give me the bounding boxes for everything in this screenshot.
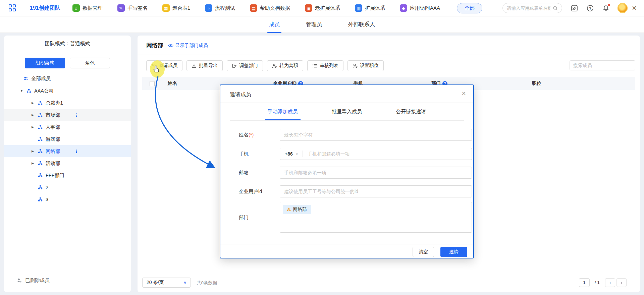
phone-input[interactable] <box>303 151 472 157</box>
svg-text:?: ? <box>589 6 591 10</box>
app-tab[interactable]: ▣ 老扩展体系 <box>305 4 340 12</box>
invite-button[interactable]: 邀请 <box>440 247 467 257</box>
tab-batch-import[interactable]: 批量导入成员 <box>332 103 362 120</box>
tab-public-link[interactable]: 公开链接邀请 <box>396 103 426 120</box>
tree-item-dept[interactable]: ▶ 人事部 <box>4 121 131 133</box>
app-icon: ◆ <box>400 4 407 12</box>
batch-export-button[interactable]: 批量导出 <box>186 60 223 71</box>
nav-search-box[interactable] <box>502 3 562 13</box>
caret-down-icon[interactable]: ▼ <box>20 89 23 93</box>
tree-item-label: 活动部 <box>46 160 60 167</box>
tab-manual-add[interactable]: 手动添加成员 <box>268 103 298 120</box>
top-nav: 191创建团队 ⌂ 数据管理 ✎ 手写签名 ▦ 聚合表1 ◔ 流程测试 ▤ 帮助… <box>0 0 644 16</box>
tab-admins[interactable]: 管理员 <box>306 16 322 33</box>
deleted-members-label: 已删除成员 <box>25 277 50 284</box>
app-tab[interactable]: ◔ 流程测试 <box>205 4 235 12</box>
app-icon: ⌂ <box>72 4 80 12</box>
tree-item-dept[interactable]: 2 <box>4 181 131 193</box>
tree-item-dept[interactable]: ▶ 活动部 <box>4 157 131 169</box>
deleted-members-link[interactable]: 已删除成员 <box>4 274 131 286</box>
member-search-input[interactable] <box>573 63 634 68</box>
tab-external-contacts[interactable]: 外部联系人 <box>348 16 375 33</box>
org-structure-button[interactable]: 组织架构 <box>25 58 65 68</box>
member-search-box[interactable] <box>570 60 635 70</box>
help-icon[interactable]: ? <box>587 5 594 12</box>
workspace-tab[interactable]: 191创建团队 <box>30 5 60 12</box>
notification-bell-icon[interactable] <box>602 5 609 12</box>
tree-item-dept[interactable]: FFF部门 <box>4 169 131 181</box>
current-page-input[interactable]: 1 <box>579 278 590 287</box>
app-tab[interactable]: ◆ 应用访问AAA <box>400 4 440 12</box>
app-tab[interactable]: ▥ 扩展体系 <box>355 4 385 12</box>
review-list-button[interactable]: 审核列表 <box>307 60 343 71</box>
tree-item-dept[interactable]: 游戏部 <box>4 133 131 145</box>
tree-item-label: 游戏部 <box>46 136 60 142</box>
more-actions-icon[interactable]: ⋮ <box>74 151 79 152</box>
app-tab[interactable]: ⌂ 数据管理 <box>72 4 103 12</box>
divider <box>220 244 473 244</box>
more-actions-icon[interactable]: ⋮ <box>74 114 79 116</box>
resign-icon <box>272 63 277 68</box>
required-mark: (*) <box>249 132 254 137</box>
tree-item-label: 网络部 <box>46 148 60 155</box>
tree-item-company[interactable]: ▼ AAA公司 <box>4 85 131 97</box>
notification-dot <box>608 4 610 6</box>
set-position-icon <box>353 63 358 68</box>
set-position-button[interactable]: 设置职位 <box>347 60 384 71</box>
adjust-department-button[interactable]: 调整部门 <box>227 60 263 71</box>
department-label: 部门 <box>239 215 249 221</box>
org-icon <box>26 88 31 93</box>
caret-right-icon[interactable]: ▶ <box>32 113 35 117</box>
app-label: 应用访问AAA <box>410 5 440 11</box>
caret-right-icon[interactable]: ▶ <box>32 162 35 165</box>
tree-item-dept[interactable]: ▶ 总裁办1 <box>4 97 131 109</box>
page-tab-bar: 成员 管理员 外部联系人 <box>0 16 644 33</box>
tree-item-label: 市场部 <box>46 112 60 118</box>
review-list-label: 审核列表 <box>320 63 338 69</box>
app-tab[interactable]: ▦ 聚合表1 <box>162 4 190 12</box>
caret-right-icon[interactable]: ▶ <box>32 150 35 153</box>
nav-search-input[interactable] <box>507 6 550 11</box>
apps-grid-icon[interactable] <box>9 4 16 12</box>
tree-item-dept-selected[interactable]: ▶ 网络部 ⋮ <box>4 145 131 157</box>
tree-item-label: FFF部门 <box>46 172 64 179</box>
department-tag: 网络部 <box>283 205 311 214</box>
all-apps-pill[interactable]: 全部 <box>457 3 482 13</box>
clear-button[interactable]: 清空 <box>413 247 434 257</box>
eye-icon <box>168 44 173 48</box>
user-avatar[interactable] <box>618 3 628 13</box>
tree-item-label: 2 <box>46 185 48 190</box>
department-picker[interactable]: 网络部 <box>280 202 472 233</box>
email-input[interactable] <box>280 167 472 179</box>
next-page-button[interactable]: › <box>616 278 627 287</box>
set-position-label: 设置职位 <box>360 63 379 69</box>
userid-input[interactable] <box>280 185 472 197</box>
tree-item-dept[interactable]: ▶ 市场部 ⋮ <box>4 109 131 121</box>
adjust-department-label: 调整部门 <box>239 63 258 69</box>
app-tab[interactable]: ✎ 手写签名 <box>117 4 148 12</box>
app-label: 帮助文档数据 <box>260 5 290 11</box>
invite-member-button[interactable]: 邀请成员 <box>146 60 182 71</box>
close-icon[interactable]: × <box>632 4 637 12</box>
col-name: 姓名 <box>168 80 177 86</box>
role-button[interactable]: 角色 <box>70 58 110 68</box>
select-all-checkbox[interactable] <box>150 81 155 86</box>
tree-item-dept[interactable]: 3 <box>4 193 131 205</box>
caret-right-icon[interactable]: ▶ <box>32 101 35 105</box>
country-code-select[interactable]: +86 ▾ <box>280 151 303 157</box>
name-input[interactable] <box>280 129 472 141</box>
close-icon[interactable]: × <box>462 89 466 98</box>
show-sub-dept-link[interactable]: 显示子部门成员 <box>168 43 208 49</box>
userid-label: 企业用户id <box>239 188 262 195</box>
caret-right-icon[interactable]: ▶ <box>32 125 35 129</box>
review-list-icon <box>312 63 317 68</box>
tree-item-all-members[interactable]: 全部成员 <box>4 72 131 84</box>
page-size-select[interactable]: 20 条/页 ∨ <box>142 278 191 288</box>
prev-page-button[interactable]: ‹ <box>605 278 615 287</box>
app-label: 数据管理 <box>83 5 103 11</box>
set-resigned-button[interactable]: 转为离职 <box>267 60 303 71</box>
set-resigned-label: 转为离职 <box>279 63 298 69</box>
app-tab[interactable]: ▤ 帮助文档数据 <box>250 4 290 12</box>
contacts-icon[interactable] <box>571 5 578 12</box>
tab-members[interactable]: 成员 <box>269 16 280 33</box>
